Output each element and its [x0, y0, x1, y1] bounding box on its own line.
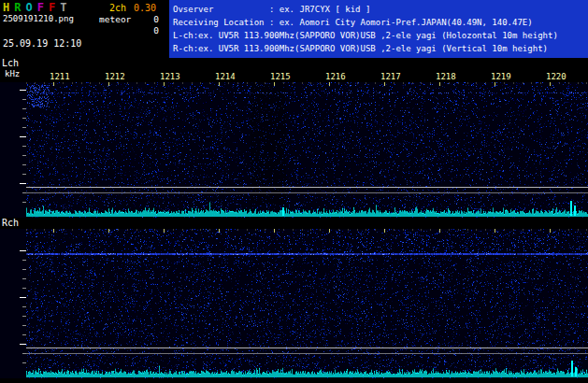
logo-letter: O: [25, 1, 32, 14]
location-line: Receiving Location : ex. Aomori City Aom…: [173, 16, 588, 29]
meteor-label: meteor: [99, 14, 131, 24]
version-label: 0.30: [134, 3, 156, 13]
filename-label: 2509191210.png: [3, 14, 74, 23]
time-label: 1212: [105, 72, 125, 81]
lch-config-line: L-ch:ex. UV5R 113.900Mhz(SAPPORO VOR)USB…: [173, 29, 588, 42]
lch-spectrogram: [0, 82, 588, 218]
rch-spectrogram: [0, 229, 588, 378]
observer-line: Ovserver : ex. JR7CYX [ kid ]: [173, 3, 588, 16]
meteor-count-value: 0: [146, 14, 159, 24]
time-label: 1214: [215, 72, 236, 81]
logo-letter: H: [3, 1, 9, 14]
khz-unit-label: kHz: [5, 69, 20, 78]
long-echo-count-value: 0: [146, 25, 159, 35]
lch-channel-label: Lch: [2, 58, 19, 68]
logo-letter: F: [37, 1, 44, 14]
time-label: 1215: [270, 72, 291, 81]
rch-channel-label: Rch: [2, 218, 19, 228]
time-label: 1213: [160, 72, 180, 81]
app-logo: HROFFT: [3, 1, 71, 14]
channel-mode-label: 2ch: [109, 3, 126, 13]
time-label: 1219: [491, 72, 511, 81]
logo-letter: F: [49, 1, 55, 14]
rch-config-line: R-ch:ex. UV5R 113.900Mhz(SAPPORO VOR)USB…: [173, 42, 588, 55]
time-label: 1217: [380, 72, 401, 81]
time-label: 1211: [50, 72, 70, 81]
logo-letter: R: [14, 1, 21, 14]
header-left: HROFFT 2ch 0.30 2509191210.png meteor 0 …: [0, 0, 169, 58]
datetime-label: 25.09.19 12:10: [3, 38, 81, 49]
logo-letter: T: [60, 1, 66, 14]
time-label: 1218: [436, 72, 456, 81]
observation-info-panel: Ovserver : ex. JR7CYX [ kid ] Receiving …: [169, 0, 588, 58]
time-label: 1220: [546, 72, 566, 81]
time-label: 1216: [325, 72, 346, 81]
